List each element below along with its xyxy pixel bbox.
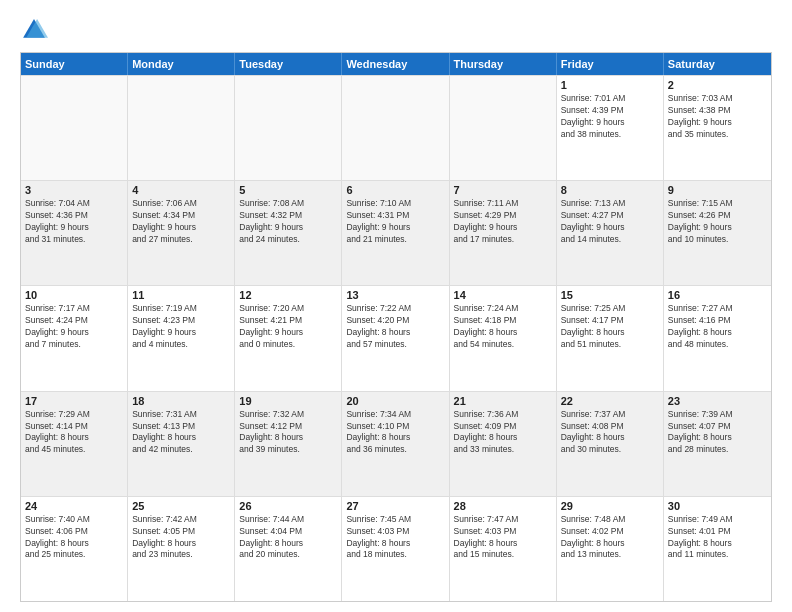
calendar-body: 1Sunrise: 7:01 AM Sunset: 4:39 PM Daylig… (21, 75, 771, 601)
day-number: 29 (561, 500, 659, 512)
day-info: Sunrise: 7:49 AM Sunset: 4:01 PM Dayligh… (668, 514, 767, 562)
day-number: 27 (346, 500, 444, 512)
header-day-thursday: Thursday (450, 53, 557, 75)
day-number: 5 (239, 184, 337, 196)
table-row: 19Sunrise: 7:32 AM Sunset: 4:12 PM Dayli… (235, 392, 342, 496)
table-row: 25Sunrise: 7:42 AM Sunset: 4:05 PM Dayli… (128, 497, 235, 601)
day-info: Sunrise: 7:48 AM Sunset: 4:02 PM Dayligh… (561, 514, 659, 562)
day-info: Sunrise: 7:31 AM Sunset: 4:13 PM Dayligh… (132, 409, 230, 457)
day-info: Sunrise: 7:29 AM Sunset: 4:14 PM Dayligh… (25, 409, 123, 457)
table-row: 18Sunrise: 7:31 AM Sunset: 4:13 PM Dayli… (128, 392, 235, 496)
day-info: Sunrise: 7:45 AM Sunset: 4:03 PM Dayligh… (346, 514, 444, 562)
table-row: 6Sunrise: 7:10 AM Sunset: 4:31 PM Daylig… (342, 181, 449, 285)
week-row-2: 3Sunrise: 7:04 AM Sunset: 4:36 PM Daylig… (21, 180, 771, 285)
day-number: 10 (25, 289, 123, 301)
table-row (235, 76, 342, 180)
table-row: 21Sunrise: 7:36 AM Sunset: 4:09 PM Dayli… (450, 392, 557, 496)
header-day-monday: Monday (128, 53, 235, 75)
day-info: Sunrise: 7:27 AM Sunset: 4:16 PM Dayligh… (668, 303, 767, 351)
table-row: 23Sunrise: 7:39 AM Sunset: 4:07 PM Dayli… (664, 392, 771, 496)
day-number: 21 (454, 395, 552, 407)
day-info: Sunrise: 7:06 AM Sunset: 4:34 PM Dayligh… (132, 198, 230, 246)
table-row: 29Sunrise: 7:48 AM Sunset: 4:02 PM Dayli… (557, 497, 664, 601)
table-row: 30Sunrise: 7:49 AM Sunset: 4:01 PM Dayli… (664, 497, 771, 601)
day-number: 23 (668, 395, 767, 407)
day-number: 30 (668, 500, 767, 512)
day-number: 18 (132, 395, 230, 407)
day-info: Sunrise: 7:08 AM Sunset: 4:32 PM Dayligh… (239, 198, 337, 246)
header-day-saturday: Saturday (664, 53, 771, 75)
day-number: 9 (668, 184, 767, 196)
day-info: Sunrise: 7:25 AM Sunset: 4:17 PM Dayligh… (561, 303, 659, 351)
day-number: 28 (454, 500, 552, 512)
day-number: 20 (346, 395, 444, 407)
table-row: 15Sunrise: 7:25 AM Sunset: 4:17 PM Dayli… (557, 286, 664, 390)
day-info: Sunrise: 7:19 AM Sunset: 4:23 PM Dayligh… (132, 303, 230, 351)
week-row-4: 17Sunrise: 7:29 AM Sunset: 4:14 PM Dayli… (21, 391, 771, 496)
header (20, 16, 772, 44)
header-day-tuesday: Tuesday (235, 53, 342, 75)
table-row: 27Sunrise: 7:45 AM Sunset: 4:03 PM Dayli… (342, 497, 449, 601)
page: SundayMondayTuesdayWednesdayThursdayFrid… (0, 0, 792, 612)
day-number: 17 (25, 395, 123, 407)
day-info: Sunrise: 7:13 AM Sunset: 4:27 PM Dayligh… (561, 198, 659, 246)
week-row-5: 24Sunrise: 7:40 AM Sunset: 4:06 PM Dayli… (21, 496, 771, 601)
day-info: Sunrise: 7:37 AM Sunset: 4:08 PM Dayligh… (561, 409, 659, 457)
day-info: Sunrise: 7:01 AM Sunset: 4:39 PM Dayligh… (561, 93, 659, 141)
day-number: 13 (346, 289, 444, 301)
day-number: 6 (346, 184, 444, 196)
day-number: 7 (454, 184, 552, 196)
day-number: 3 (25, 184, 123, 196)
day-info: Sunrise: 7:15 AM Sunset: 4:26 PM Dayligh… (668, 198, 767, 246)
table-row: 4Sunrise: 7:06 AM Sunset: 4:34 PM Daylig… (128, 181, 235, 285)
day-number: 14 (454, 289, 552, 301)
day-number: 8 (561, 184, 659, 196)
day-number: 4 (132, 184, 230, 196)
calendar: SundayMondayTuesdayWednesdayThursdayFrid… (20, 52, 772, 602)
day-number: 19 (239, 395, 337, 407)
table-row: 5Sunrise: 7:08 AM Sunset: 4:32 PM Daylig… (235, 181, 342, 285)
table-row: 10Sunrise: 7:17 AM Sunset: 4:24 PM Dayli… (21, 286, 128, 390)
day-info: Sunrise: 7:47 AM Sunset: 4:03 PM Dayligh… (454, 514, 552, 562)
table-row: 9Sunrise: 7:15 AM Sunset: 4:26 PM Daylig… (664, 181, 771, 285)
day-number: 2 (668, 79, 767, 91)
table-row (21, 76, 128, 180)
day-info: Sunrise: 7:42 AM Sunset: 4:05 PM Dayligh… (132, 514, 230, 562)
table-row: 1Sunrise: 7:01 AM Sunset: 4:39 PM Daylig… (557, 76, 664, 180)
table-row: 26Sunrise: 7:44 AM Sunset: 4:04 PM Dayli… (235, 497, 342, 601)
day-info: Sunrise: 7:39 AM Sunset: 4:07 PM Dayligh… (668, 409, 767, 457)
week-row-3: 10Sunrise: 7:17 AM Sunset: 4:24 PM Dayli… (21, 285, 771, 390)
day-number: 26 (239, 500, 337, 512)
logo (20, 16, 52, 44)
day-number: 11 (132, 289, 230, 301)
day-number: 16 (668, 289, 767, 301)
table-row: 2Sunrise: 7:03 AM Sunset: 4:38 PM Daylig… (664, 76, 771, 180)
day-info: Sunrise: 7:22 AM Sunset: 4:20 PM Dayligh… (346, 303, 444, 351)
table-row: 8Sunrise: 7:13 AM Sunset: 4:27 PM Daylig… (557, 181, 664, 285)
day-number: 25 (132, 500, 230, 512)
table-row: 16Sunrise: 7:27 AM Sunset: 4:16 PM Dayli… (664, 286, 771, 390)
day-number: 15 (561, 289, 659, 301)
day-info: Sunrise: 7:10 AM Sunset: 4:31 PM Dayligh… (346, 198, 444, 246)
day-info: Sunrise: 7:24 AM Sunset: 4:18 PM Dayligh… (454, 303, 552, 351)
day-info: Sunrise: 7:40 AM Sunset: 4:06 PM Dayligh… (25, 514, 123, 562)
day-info: Sunrise: 7:36 AM Sunset: 4:09 PM Dayligh… (454, 409, 552, 457)
week-row-1: 1Sunrise: 7:01 AM Sunset: 4:39 PM Daylig… (21, 75, 771, 180)
table-row: 12Sunrise: 7:20 AM Sunset: 4:21 PM Dayli… (235, 286, 342, 390)
logo-icon (20, 16, 48, 44)
table-row: 22Sunrise: 7:37 AM Sunset: 4:08 PM Dayli… (557, 392, 664, 496)
day-number: 1 (561, 79, 659, 91)
table-row: 24Sunrise: 7:40 AM Sunset: 4:06 PM Dayli… (21, 497, 128, 601)
table-row: 7Sunrise: 7:11 AM Sunset: 4:29 PM Daylig… (450, 181, 557, 285)
day-info: Sunrise: 7:20 AM Sunset: 4:21 PM Dayligh… (239, 303, 337, 351)
table-row: 17Sunrise: 7:29 AM Sunset: 4:14 PM Dayli… (21, 392, 128, 496)
day-info: Sunrise: 7:17 AM Sunset: 4:24 PM Dayligh… (25, 303, 123, 351)
day-number: 22 (561, 395, 659, 407)
header-day-sunday: Sunday (21, 53, 128, 75)
header-day-wednesday: Wednesday (342, 53, 449, 75)
table-row: 11Sunrise: 7:19 AM Sunset: 4:23 PM Dayli… (128, 286, 235, 390)
table-row: 3Sunrise: 7:04 AM Sunset: 4:36 PM Daylig… (21, 181, 128, 285)
day-info: Sunrise: 7:04 AM Sunset: 4:36 PM Dayligh… (25, 198, 123, 246)
day-info: Sunrise: 7:03 AM Sunset: 4:38 PM Dayligh… (668, 93, 767, 141)
table-row: 28Sunrise: 7:47 AM Sunset: 4:03 PM Dayli… (450, 497, 557, 601)
